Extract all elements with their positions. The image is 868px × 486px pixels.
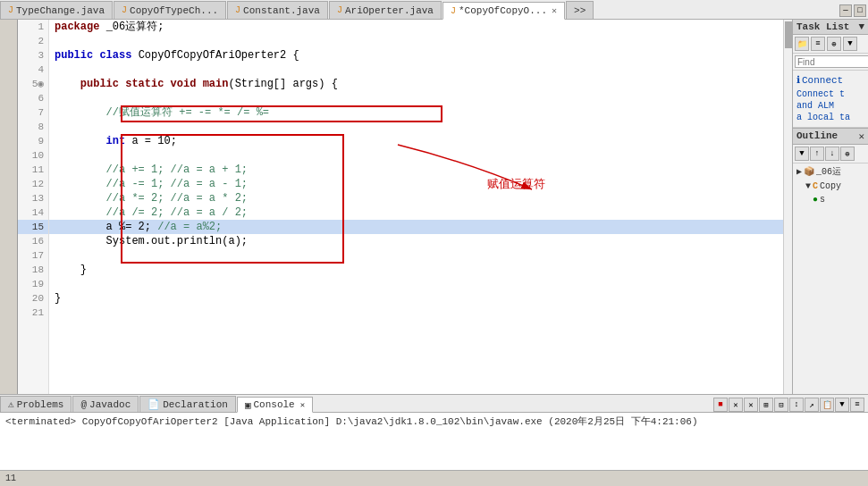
connect-label: Connect [802,75,843,86]
code-line-18: } [49,263,792,277]
panel-toolbar: 📁 ≡ ⊕ ▼ [793,35,868,54]
toolbar-btn-3[interactable]: ⊕ [827,37,841,51]
line-num-18: 18 [18,263,48,277]
tab-overflow[interactable]: >> [566,1,594,19]
java-file-icon: J [122,5,127,15]
code-line-4 [49,63,792,77]
editor-tab-bar: J TypeChange.java J CopyOfTypeCh... J Co… [0,0,868,20]
line-num-13: 13 [18,191,48,205]
outline-btn-2[interactable]: ↑ [810,147,824,161]
find-input[interactable] [795,55,868,68]
code-line-10 [49,148,792,163]
right-panel: Task List ▼ 📁 ≡ ⊕ ▼ 🔍 ℹ Connect Connect [792,20,868,394]
line-num-4: 4 [18,63,48,77]
bottom-tab-bar: ⚠ Problems @ Javadoc 📄 Declaration ▣ Con… [0,395,868,413]
code-line-5: public static void main(String[] args) { [49,77,792,91]
tab-label: *CopyOfCopyO... [459,5,547,16]
vertical-scrollbar[interactable] [783,20,792,394]
tab-label: Javadoc [89,399,131,410]
console-btn8[interactable]: 📋 [820,398,834,412]
problems-icon: ⚠ [8,398,14,410]
find-bar: 🔍 [793,54,868,71]
code-line-21 [49,306,792,320]
toolbar-btn-2[interactable]: ≡ [811,37,825,51]
outline-btn-1[interactable]: ▼ [795,147,809,161]
console-btn9[interactable]: ▼ [835,398,849,412]
tab-label: Problems [17,399,64,410]
outline-title: Outline [796,130,838,142]
line-num-9: 9 [18,134,48,148]
outline-header: Outline ✕ [793,128,868,145]
line-num-6: 6 [18,91,48,105]
line-number-gutter: 1 2 3 4 5◉ 6 7 8 9 10 11 12 13 14 15 16 … [18,20,49,394]
tab-close-icon[interactable]: ✕ [300,400,305,410]
tab-declaration[interactable]: 📄 Declaration [139,396,236,412]
tab-constant[interactable]: J Constant.java [227,1,328,19]
scrollbar-thumb[interactable] [785,21,792,48]
tab-copyoftypech[interactable]: J CopyOfTypeCh... [114,1,226,19]
code-line-13: //a *= 2; //a = a * 2; [49,191,792,205]
tab-close-button[interactable]: ✕ [552,5,557,16]
code-editor[interactable]: package _06运算符; public class CopyOfCopyO… [49,20,792,394]
connect-title: ℹ Connect [796,74,864,86]
expand-icon: ▶ [796,166,802,177]
tab-label: CopyOfTypeCh... [130,5,218,16]
toolbar-btn-1[interactable]: 📁 [795,37,809,51]
tab-copyofcopyо[interactable]: J *CopyOfCopyO... ✕ [442,2,565,20]
tab-typechange[interactable]: J TypeChange.java [0,1,113,19]
java-file-icon: J [451,6,456,16]
line-num-15: 15 [18,220,48,234]
console-btn7[interactable]: ↗ [805,398,819,412]
line-num-16: 16 [18,234,48,248]
status-bar: 11 [0,470,868,486]
task-list-header: Task List ▼ [793,20,868,35]
outline-toolbar: ▼ ↑ ↓ ⊕ [793,145,868,163]
console-btn10[interactable]: ≡ [850,398,864,412]
java-file-icon: J [8,5,13,15]
code-content: package _06运算符; public class CopyOfCopyO… [49,20,792,320]
tab-console[interactable]: ▣ Console ✕ [237,397,313,413]
tab-arioperter[interactable]: J AriOperter.java [329,1,442,19]
status-line-number: 11 [5,473,16,483]
code-line-6 [49,91,792,105]
line-num-19: 19 [18,277,48,291]
minimize-button[interactable]: ─ [839,4,852,17]
line-num-2: 2 [18,34,48,48]
toolbar-btn-4[interactable]: ▼ [843,37,857,51]
overflow-label: >> [574,5,586,16]
tab-javadoc[interactable]: @ Javadoc [72,396,139,412]
outline-item-method[interactable]: ● s [793,193,868,206]
code-line-19 [49,277,792,291]
line-num-11: 11 [18,163,48,177]
java-file-icon: J [337,5,342,15]
declaration-icon: 📄 [147,398,160,410]
outline-item-class[interactable]: ▼ C Copy [793,180,868,193]
outline-menu[interactable]: ✕ [858,130,864,142]
console-content: <terminated> CopyOfCopyOfAriOperter2 [Ja… [0,413,868,470]
panel-menu-icon[interactable]: ▼ [858,21,864,32]
console-btn5[interactable]: ⊟ [774,398,788,412]
left-gutter [0,20,18,394]
line-num-3: 3 [18,48,48,63]
tab-problems[interactable]: ⚠ Problems [0,396,72,412]
console-clear-btn[interactable]: ✕ [744,398,758,412]
java-file-icon: J [235,5,240,15]
outline-btn-4[interactable]: ⊕ [840,147,855,161]
maximize-button[interactable]: □ [854,4,866,17]
javadoc-icon: @ [80,399,87,410]
tab-label: TypeChange.java [16,5,105,16]
connect-section: ℹ Connect Connect tand ALMa local ta [793,71,868,128]
code-line-9: int a = 10; [49,134,792,148]
console-terminate-btn[interactable]: ■ [713,398,728,412]
console-stop-btn[interactable]: ✕ [729,398,743,412]
outline-btn-3[interactable]: ↓ [825,147,839,161]
console-btn6[interactable]: ↕ [789,398,804,412]
line-num-7: 7 [18,105,48,120]
console-btn4[interactable]: ⊞ [759,398,773,412]
outline-item-package[interactable]: ▶ 📦 _06运 [793,163,868,180]
tab-label: Constant.java [243,5,320,16]
code-line-1: package _06运算符; [49,20,792,34]
outline-method-label: s [820,195,825,205]
line-num-17: 17 [18,248,48,263]
tab-label: Console [254,399,295,410]
